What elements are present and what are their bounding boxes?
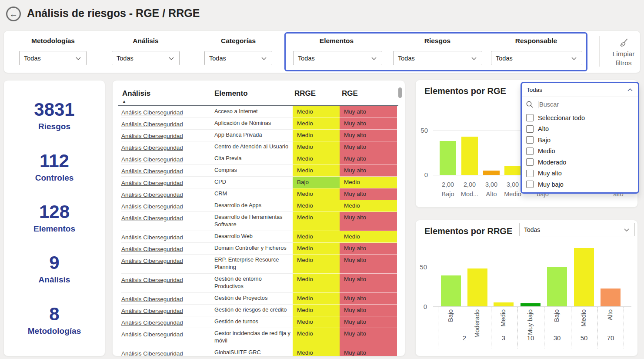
popup-option-alto[interactable]: Alto [522,124,638,135]
popup-header[interactable]: Todas [522,83,638,97]
analysis-link[interactable]: Análisis Ciberseguridad [121,144,183,151]
analysis-link[interactable]: Análisis Ciberseguridad [121,215,183,221]
rge-cell: Muy alto [340,118,397,130]
kpi-card: 3831Riesgos112Controles128Elementos9Anál… [3,80,105,356]
kpi-elementos: 128Elementos [33,203,75,234]
analysis-link[interactable]: Análisis Ciberseguridad [121,246,183,252]
rrge-cell: Medio [293,165,340,177]
col-header-rge[interactable]: RGE [342,89,358,98]
kpi-value: 128 [33,203,75,221]
checkbox-unchecked[interactable] [526,148,534,155]
popup-option-moderado[interactable]: Moderado [522,157,638,168]
popup-option-muy-alto[interactable]: Muy alto [522,168,638,179]
rrge-filter-value: Todas [524,226,540,233]
bar-moderado[interactable] [467,268,487,306]
table-scrollbar-thumb[interactable] [398,87,402,98]
element-cell: App Banca Privada [214,130,293,141]
xaxis-group-label: 3 [494,334,513,342]
bar-mod-[interactable] [461,137,478,175]
clear-filters-button[interactable]: Limpiar filtros [605,38,642,67]
analysis-link[interactable]: Análisis Ciberseguridad [121,203,183,210]
analysis-link[interactable]: Análisis Ciberseguridad [121,168,183,174]
analysis-link[interactable]: Análisis Ciberseguridad [121,350,183,356]
checkbox-unchecked[interactable] [526,181,534,188]
filter-value: Todas [24,55,41,62]
checkbox-unchecked[interactable] [526,158,534,166]
xaxis-category-label: Alto [607,309,614,353]
rge-cell: Muy alto [340,212,397,231]
popup-option-seleccionar-todo[interactable]: Seleccionar todo [522,112,638,124]
bar-alto[interactable] [601,289,621,306]
bar-medio[interactable] [574,248,594,306]
bar-muy-bajo[interactable] [521,303,541,306]
filter-select-categorias[interactable]: Todas [204,51,272,65]
bar-alto[interactable] [483,171,500,175]
xaxis-group-label: 2 [455,334,474,342]
col-header-rrge[interactable]: RRGE [294,89,316,98]
back-button[interactable]: ← [6,7,21,21]
rrge-cell: Medio [293,153,340,165]
chart1-title: Elementos por RGE [424,86,506,96]
bar-bajo[interactable] [440,141,456,175]
search-input[interactable]: Buscar [522,97,638,112]
broom-icon [618,38,629,49]
analysis-link[interactable]: Análisis Ciberseguridad [121,156,183,163]
axis-separator [624,307,624,349]
clear-filters-label-1: Limpiar [605,49,642,58]
filter-label-elementos: Elementos [293,37,380,45]
analysis-link[interactable]: Análisis Ciberseguridad [121,180,183,186]
filter-bar: MetodologíasTodasAnálisisTodasCategorías… [3,30,641,73]
col-header-elemento[interactable]: Elemento [214,89,248,98]
analysis-link[interactable]: Análisis Ciberseguridad [121,234,183,241]
analysis-cell: Análisis Ciberseguridad [121,141,214,153]
analysis-cell: Análisis Ciberseguridad [121,316,214,328]
filter-select-metodologias[interactable]: Todas [19,51,87,65]
element-cell: GlobalSUITE GRC [214,347,293,356]
analysis-link[interactable]: Análisis Ciberseguridad [121,258,183,264]
chart2-ytick-50: 50 [416,263,427,271]
bar-bajo[interactable] [547,267,567,306]
analysis-link[interactable]: Análisis Ciberseguridad [121,109,183,116]
filter-label-riesgos: Riesgos [394,37,481,45]
analysis-cell: Análisis Ciberseguridad [121,347,214,356]
bar-medio[interactable] [504,166,521,175]
col-header-analisis[interactable]: Análisis [122,89,150,98]
chevron-down-icon [260,55,267,61]
popup-option-bajo[interactable]: Bajo [522,134,638,146]
chevron-down-icon [370,55,377,61]
popup-option-medio[interactable]: Medio [522,146,638,157]
filter-select-analisis[interactable]: Todas [112,51,180,65]
element-cell: Gestor incidencias de red fija y móvil [214,328,293,347]
rrge-cell: Medio [293,188,340,200]
checkbox-unchecked[interactable] [526,114,534,121]
bar-bajo[interactable] [441,275,461,306]
chevron-down-icon [623,227,630,233]
filter-select-riesgos[interactable]: Todas [393,51,482,65]
analysis-cell: Análisis Ciberseguridad [121,165,214,177]
axis-separator [597,307,598,349]
checkbox-unchecked[interactable] [526,125,534,133]
table-row: Análisis CiberseguridadCentro de Atenció… [121,141,397,153]
filter-select-responsable[interactable]: Todas [491,51,582,65]
rge-cell: Muy alto [340,243,397,255]
analysis-link[interactable]: Análisis Ciberseguridad [121,296,183,302]
analysis-link[interactable]: Análisis Ciberseguridad [121,121,183,127]
checkbox-unchecked[interactable] [526,136,534,144]
option-label: Alto [538,125,549,132]
kpi-label: Riesgos [34,122,74,131]
analysis-link[interactable]: Análisis Ciberseguridad [121,308,183,314]
filter-select-elementos[interactable]: Todas [293,51,382,65]
analysis-cell: Análisis Ciberseguridad [121,305,214,316]
analysis-link[interactable]: Análisis Ciberseguridad [121,331,183,338]
analysis-link[interactable]: Análisis Ciberseguridad [121,191,183,198]
checkbox-unchecked[interactable] [526,170,534,177]
analysis-link[interactable]: Análisis Ciberseguridad [121,319,183,326]
popup-option-muy-bajo[interactable]: Muy bajo [522,179,638,190]
page-title: Análisis de riesgos - RGE / RRGE [27,7,200,20]
bar-medio[interactable] [494,302,514,306]
analysis-cell: Análisis Ciberseguridad [121,231,214,243]
analysis-link[interactable]: Análisis Ciberseguridad [121,133,183,139]
sort-asc-icon: ▲ [122,99,126,104]
analysis-link[interactable]: Análisis Ciberseguridad [121,277,183,283]
rrge-filter-dropdown[interactable]: Todas [519,223,635,236]
